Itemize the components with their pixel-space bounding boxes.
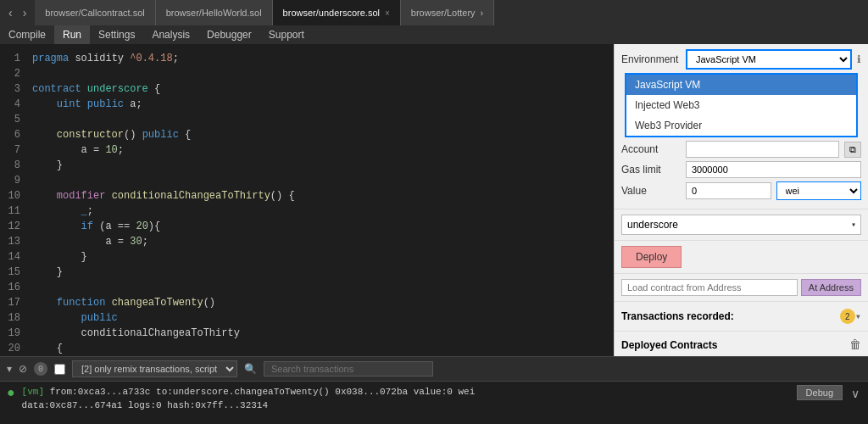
vm-badge: [vm] [22, 387, 44, 397]
menu-debugger[interactable]: Debugger [198, 25, 260, 44]
right-panel: Environment JavaScript VM Injected Web3 … [614, 44, 868, 356]
transactions-chevron: ▾ [855, 310, 861, 323]
account-input[interactable] [686, 141, 839, 158]
environment-dropdown[interactable]: JavaScript VM Injected Web3 Web3 Provide… [625, 73, 858, 137]
error-count-badge: 0 [34, 362, 47, 376]
bottom-toolbar: ▾ ⊘ 0 [2] only remix transactions, scrip… [0, 357, 868, 382]
toolbar-stop-btn[interactable]: ⊘ [19, 363, 27, 375]
value-label: Value [621, 185, 681, 197]
tab-close-icon[interactable]: × [385, 8, 390, 18]
deployed-title: Deployed Contracts [621, 339, 849, 351]
code-text[interactable]: pragma solidity ^0.4.18; contract unders… [25, 44, 614, 356]
contract-select-wrapper: underscore ▾ [621, 215, 861, 235]
search-icon: 🔍 [244, 363, 257, 376]
dropdown-item-injected[interactable]: Injected Web3 [626, 95, 856, 115]
gas-limit-row: Gas limit [621, 161, 861, 178]
menu-compile[interactable]: Compile [0, 25, 54, 44]
main-area: 1234567891011121314151617181920212223 pr… [0, 44, 868, 356]
expand-console-btn[interactable]: ∨ [849, 385, 861, 402]
dropdown-item-web3[interactable]: Web3 Provider [626, 115, 856, 136]
menu-settings[interactable]: Settings [90, 25, 143, 44]
load-address-input[interactable] [621, 279, 798, 296]
tab-bar: ‹ › browser/Callcontract.sol browser/Hel… [0, 0, 868, 25]
deployed-header: Deployed Contracts 🗑 [615, 332, 868, 356]
filter-checkbox[interactable] [54, 364, 65, 375]
menu-analysis[interactable]: Analysis [143, 25, 198, 44]
tab-label: browser/underscore.sol [283, 8, 380, 18]
console-text: [vm] from:0xca3...a733c to:underscore.ch… [22, 385, 790, 412]
menu-support[interactable]: Support [260, 25, 313, 44]
code-editor[interactable]: 1234567891011121314151617181920212223 pr… [0, 44, 614, 356]
debug-button[interactable]: Debug [797, 385, 843, 400]
tab-callcontract[interactable]: browser/Callcontract.sol [35, 0, 155, 25]
load-contract-row: At Address [615, 274, 868, 302]
environment-row: Environment JavaScript VM Injected Web3 … [621, 49, 861, 70]
contract-select[interactable]: underscore [621, 215, 861, 235]
at-address-button[interactable]: At Address [801, 279, 861, 296]
search-transactions-input[interactable] [264, 361, 433, 377]
environment-label: Environment [621, 53, 681, 65]
transactions-badge: 2 [840, 309, 855, 324]
console-content: ● [vm] from:0xca3...a733c to:underscore.… [0, 382, 868, 424]
environment-section: Environment JavaScript VM Injected Web3 … [615, 44, 868, 209]
account-row: Account ⧉ [621, 141, 861, 158]
transactions-title: Transactions recorded: [621, 310, 837, 322]
bottom-bar: ▾ ⊘ 0 [2] only remix transactions, scrip… [0, 356, 868, 424]
tab-label: browser/HelloWorld.sol [166, 8, 262, 18]
value-unit-select[interactable]: wei gwei ether [776, 181, 862, 200]
tab-label: browser/Callcontract.sol [45, 8, 144, 18]
menu-bar: Compile Run Settings Analysis Debugger S… [0, 25, 868, 44]
trash-icon[interactable]: 🗑 [849, 338, 861, 352]
transactions-header[interactable]: Transactions recorded: 2 ▾ [615, 302, 868, 332]
account-copy-btn[interactable]: ⧉ [844, 142, 861, 158]
tab-underscore[interactable]: browser/underscore.sol × [273, 0, 401, 25]
console-message: from:0xca3...a733c to:underscore.changea… [22, 387, 476, 410]
info-icon: ℹ [857, 53, 861, 66]
tab-lottery[interactable]: browser/Lottery › [401, 0, 494, 25]
success-indicator: ● [7, 387, 15, 400]
nav-prev-btn[interactable]: ‹ [5, 4, 16, 21]
value-input[interactable] [686, 182, 771, 199]
contract-select-row: underscore ▾ [615, 209, 868, 241]
more-tabs-icon[interactable]: › [481, 8, 484, 18]
line-numbers: 1234567891011121314151617181920212223 [0, 44, 25, 356]
tab-helloworld[interactable]: browser/HelloWorld.sol [156, 0, 273, 25]
account-label: Account [621, 143, 681, 155]
tabs-container: browser/Callcontract.sol browser/HelloWo… [35, 0, 868, 25]
tab-label: browser/Lottery [411, 8, 476, 18]
deploy-button[interactable]: Deploy [621, 246, 682, 268]
gas-limit-input[interactable] [686, 161, 861, 178]
nav-next-btn[interactable]: › [19, 4, 31, 21]
value-row: Value wei gwei ether [621, 181, 861, 200]
deploy-section: Deploy [615, 241, 868, 274]
menu-run[interactable]: Run [54, 25, 90, 44]
tab-nav: ‹ › [0, 4, 35, 21]
environment-select[interactable]: JavaScript VM Injected Web3 Web3 Provide… [686, 49, 852, 70]
dropdown-item-jsvm[interactable]: JavaScript VM [626, 75, 856, 95]
gas-limit-label: Gas limit [621, 164, 681, 176]
toolbar-down-btn[interactable]: ▾ [7, 363, 12, 375]
filter-select[interactable]: [2] only remix transactions, script [72, 360, 237, 377]
